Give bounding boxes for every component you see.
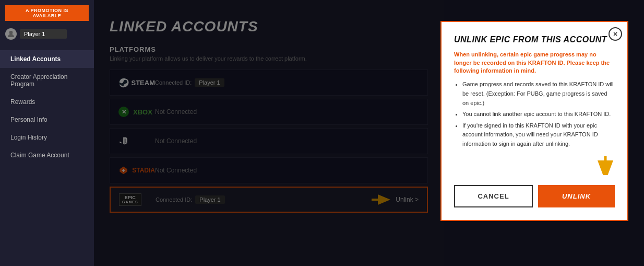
modal-bullet-1: Game progress and records saved to this …	[462, 80, 615, 108]
sidebar-item-personal-info[interactable]: Personal Info	[0, 111, 94, 129]
user-avatar-icon	[5, 28, 17, 40]
unlink-button[interactable]: UNLINK	[538, 185, 615, 207]
sidebar-item-creator-appreciation[interactable]: Creator Appreciation Program	[0, 68, 94, 93]
modal-bullet-3: If you're signed in to this KRAFTON ID w…	[462, 121, 615, 149]
cancel-button[interactable]: CANCEL	[454, 185, 533, 207]
sidebar: A PROMOTION IS AVAILABLE Player 1 Linked…	[0, 0, 94, 266]
svg-point-0	[9, 31, 13, 34]
modal-close-button[interactable]: ×	[609, 27, 622, 41]
sidebar-item-login-history[interactable]: Login History	[0, 129, 94, 146]
modal-bullet-2: You cannot link another epic account to …	[462, 110, 615, 119]
user-row: Player 1	[0, 26, 94, 42]
user-name-badge: Player 1	[20, 29, 67, 39]
modal-title: UNLINK EPIC FROM THIS ACCOUNT	[454, 34, 615, 44]
modal-buttons: CANCEL UNLINK	[454, 185, 615, 207]
sidebar-item-linked-accounts[interactable]: Linked Accounts	[0, 50, 94, 68]
promo-banner[interactable]: A PROMOTION IS AVAILABLE	[5, 5, 89, 21]
modal-arrow-down-icon	[454, 156, 615, 179]
sidebar-item-rewards[interactable]: Rewards	[0, 93, 94, 111]
unlink-modal: × UNLINK EPIC FROM THIS ACCOUNT When unl…	[440, 21, 628, 221]
modal-warning-text: When unlinking, certain epic game progre…	[454, 51, 615, 75]
sidebar-item-claim-game-account[interactable]: Claim Game Account	[0, 146, 94, 164]
modal-bullet-list: Game progress and records saved to this …	[454, 80, 615, 148]
